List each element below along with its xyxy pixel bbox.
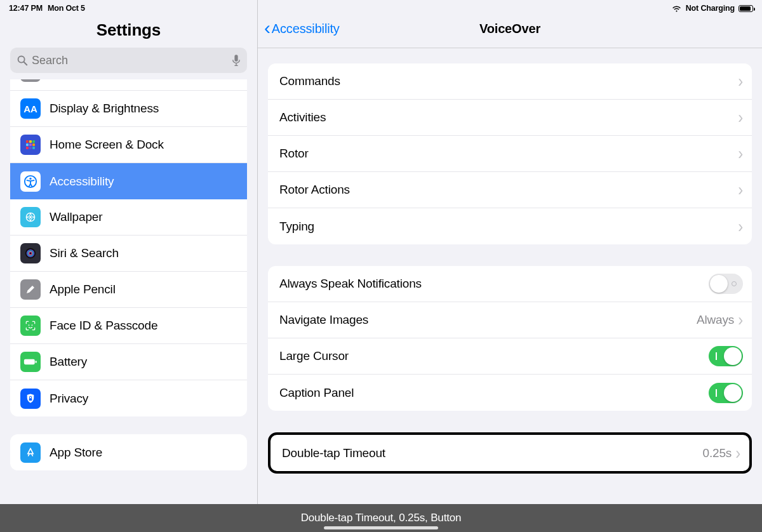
battery-status-icon [739,5,753,12]
sidebar-item-display[interactable]: AA Display & Brightness [10,91,247,127]
toggle-caption-panel[interactable] [709,383,743,403]
row-value: 0.25s [702,446,732,460]
siri-icon [20,243,41,263]
svg-rect-10 [29,140,32,143]
row-label: Double-tap Timeout [282,446,702,460]
voiceover-group-3: Double-tap Timeout 0.25s › [268,432,752,474]
sidebar-item-label: Face ID & Passcode [50,319,157,333]
row-label: Large Cursor [279,349,709,363]
chevron-right-icon: › [738,180,743,200]
search-input[interactable] [10,48,247,73]
sidebar-item-faceid[interactable]: Face ID & Passcode [10,308,247,344]
row-commands[interactable]: Commands › [268,63,752,100]
sidebar-item-label: App Store [50,446,102,460]
row-caption-panel[interactable]: Caption Panel [268,375,752,411]
sidebar-item-label: Apple Pencil [50,283,116,296]
sidebar-item-label: Siri & Search [50,246,119,260]
chevron-right-icon: › [738,310,743,330]
status-charge-label: Not Charging [686,4,735,13]
voiceover-caption-bar: Double-tap Timeout, 0.25s, Button [0,504,762,532]
svg-rect-9 [26,140,29,143]
svg-rect-16 [29,147,32,149]
svg-line-1 [24,62,27,64]
sidebar-item-battery[interactable]: Battery [10,344,247,380]
svg-rect-29 [36,361,37,362]
sidebar-item-label: Wallpaper [50,210,102,224]
row-typing[interactable]: Typing › [268,208,752,244]
svg-point-21 [29,216,31,218]
row-large-cursor[interactable]: Large Cursor [268,338,752,375]
settings-title: Settings [0,15,257,48]
row-double-tap-timeout[interactable]: Double-tap Timeout 0.25s › [271,435,749,471]
row-label: Typing [279,220,738,234]
home-screen-icon [20,135,41,155]
row-label: Navigate Images [279,313,697,327]
voiceover-group-1: Commands › Activities › Rotor › Rotor Ac… [268,63,752,244]
chevron-right-icon: › [738,71,743,91]
accessibility-icon [20,171,41,192]
row-label: Commands [279,74,738,88]
svg-point-26 [29,324,30,326]
search-text[interactable] [32,54,232,67]
chevron-right-icon: › [738,143,743,164]
sidebar-item-home[interactable]: Home Screen & Dock [10,127,247,163]
home-indicator[interactable] [324,526,438,529]
toggle-large-cursor[interactable] [709,346,743,366]
svg-rect-13 [29,143,32,146]
sidebar-item-appstore[interactable]: App Store [10,434,247,470]
sidebar-item-control-center[interactable]: Control Center [10,79,247,91]
sidebar-item-pencil[interactable]: Apple Pencil [10,272,247,308]
chevron-left-icon: ‹ [264,22,271,34]
settings-sidebar: Settings Control Center [0,0,258,532]
sidebar-item-label: Battery [50,355,87,369]
row-activities[interactable]: Activities › [268,100,752,136]
status-date: Mon Oct 5 [48,4,85,13]
battery-icon [20,352,41,372]
sidebar-item-accessibility[interactable]: Accessibility [10,163,247,199]
wallpaper-icon [20,207,41,227]
chevron-right-icon: › [738,107,743,128]
status-bar: 12:47 PM Mon Oct 5 Not Charging [0,0,762,14]
sidebar-item-label: Home Screen & Dock [50,138,164,152]
row-speak-notifications[interactable]: Always Speak Notifications [268,266,752,302]
toggle-speak-notifications[interactable] [709,274,743,294]
sidebar-item-wallpaper[interactable]: Wallpaper [10,199,247,236]
back-label: Accessibility [272,22,340,36]
control-center-icon [20,79,41,82]
privacy-icon [20,389,41,409]
row-label: Caption Panel [279,386,709,400]
detail-pane: ‹ Accessibility VoiceOver Commands › Act… [258,0,762,532]
back-button[interactable]: ‹ Accessibility [264,22,340,36]
pencil-icon [20,279,41,300]
row-label: Rotor Actions [279,183,738,197]
row-label: Activities [279,110,738,124]
svg-rect-14 [32,143,35,146]
voiceover-group-2: Always Speak Notifications Navigate Imag… [268,266,752,411]
sidebar-item-label: Display & Brightness [50,102,159,116]
search-icon [17,55,29,67]
svg-point-19 [29,177,31,179]
appstore-icon [20,442,41,463]
mic-icon[interactable] [232,54,241,67]
svg-rect-15 [26,147,29,149]
chevron-right-icon: › [738,216,743,236]
svg-rect-28 [24,359,35,364]
status-time: 12:47 PM [9,4,43,13]
row-rotor-actions[interactable]: Rotor Actions › [268,172,752,208]
svg-rect-12 [26,143,29,146]
sidebar-item-siri[interactable]: Siri & Search [10,236,247,272]
svg-rect-2 [234,55,237,62]
svg-point-27 [32,324,33,326]
row-rotor[interactable]: Rotor › [268,136,752,172]
chevron-right-icon: › [735,442,740,463]
row-navigate-images[interactable]: Navigate Images Always › [268,302,752,338]
sidebar-item-label: Privacy [50,392,88,406]
display-icon: AA [20,98,41,119]
wifi-icon [671,4,682,13]
caption-text: Double-tap Timeout, 0.25s, Button [301,512,462,524]
row-label: Always Speak Notifications [279,277,709,291]
svg-rect-11 [32,140,35,143]
sidebar-item-privacy[interactable]: Privacy [10,380,247,416]
sidebar-item-label: Accessibility [50,175,114,189]
row-value: Always [697,313,734,327]
